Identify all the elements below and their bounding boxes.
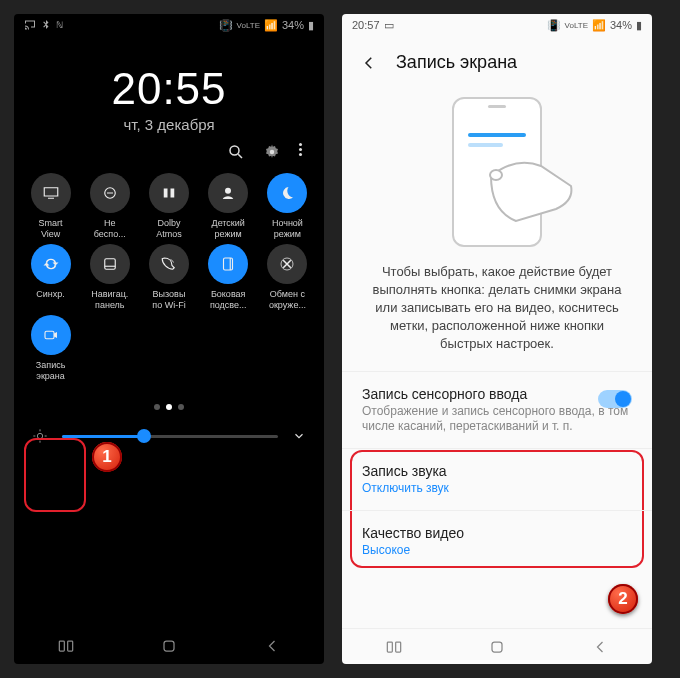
- quick-settings-grid: SmartViewНебеспо...DolbyAtmosДетскийрежи…: [14, 167, 324, 388]
- tile-label: Записьэкрана: [36, 360, 66, 382]
- svg-rect-21: [164, 641, 174, 651]
- recents-button[interactable]: [384, 637, 404, 657]
- vibrate-icon: 📳: [219, 19, 233, 32]
- qs-tile-rec[interactable]: Записьэкрана: [22, 315, 79, 382]
- search-icon[interactable]: [227, 143, 245, 161]
- description-text: Чтобы выбрать, какое действие будет выпо…: [342, 257, 652, 371]
- back-icon[interactable]: [360, 54, 378, 72]
- chevron-down-icon[interactable]: [292, 429, 306, 443]
- signal-icon: 📶: [592, 19, 606, 32]
- svg-rect-19: [59, 641, 64, 651]
- bluetooth-icon: [40, 19, 52, 31]
- svg-rect-10: [224, 258, 233, 270]
- signal-icon: 📶: [264, 19, 278, 32]
- tile-label: Небеспо...: [94, 218, 126, 240]
- setting-subtitle: Высокое: [362, 543, 632, 558]
- more-icon[interactable]: [299, 143, 302, 161]
- wifi-call-icon: [149, 244, 189, 284]
- setting-sound-record[interactable]: Запись звука Отключить звук: [342, 448, 652, 510]
- svg-rect-8: [105, 259, 116, 270]
- nearby-icon: [267, 244, 307, 284]
- kids-icon: [208, 173, 248, 213]
- setting-title: Качество видео: [362, 525, 632, 541]
- svg-point-22: [490, 170, 502, 180]
- gear-icon[interactable]: [263, 143, 281, 161]
- status-time: 20:57: [352, 19, 380, 31]
- back-button[interactable]: [262, 636, 282, 656]
- qs-tile-edge[interactable]: Боковаяподсве...: [200, 244, 257, 311]
- recents-button[interactable]: [56, 636, 76, 656]
- tile-label: Вызовыпо Wi-Fi: [152, 289, 185, 311]
- setting-title: Запись сенсорного ввода: [362, 386, 632, 402]
- status-bar: 20:57 ▭ 📳 VoLTE 📶 34% ▮: [342, 14, 652, 36]
- qs-tile-do-not[interactable]: Небеспо...: [81, 173, 138, 240]
- setting-subtitle: Отображение и запись сенсорного ввода, в…: [362, 404, 632, 434]
- navpanel-icon: [90, 244, 130, 284]
- svg-rect-20: [67, 641, 72, 651]
- toggle-switch[interactable]: [598, 390, 632, 408]
- tile-label: Навигац.панель: [91, 289, 128, 311]
- tile-label: DolbyAtmos: [156, 218, 182, 240]
- tile-label: Детскийрежим: [212, 218, 245, 240]
- clock-block: 20:55 чт, 3 декабря: [14, 64, 324, 133]
- setting-subtitle: Отключить звук: [362, 481, 632, 496]
- qs-tile-dolby[interactable]: DolbyAtmos: [140, 173, 197, 240]
- tile-label: SmartView: [39, 218, 63, 240]
- setting-title: Запись звука: [362, 463, 632, 479]
- rec-icon: [31, 315, 71, 355]
- qs-tile-sync[interactable]: Синхр.: [22, 244, 79, 311]
- step-marker-1: 1: [92, 442, 122, 472]
- home-button[interactable]: [487, 637, 507, 657]
- brightness-icon: [32, 428, 48, 444]
- clock-time: 20:55: [14, 64, 324, 114]
- svg-point-0: [230, 146, 239, 155]
- volte-icon: VoLTE: [565, 21, 588, 30]
- battery-percent: 34%: [282, 19, 304, 31]
- tile-label: Боковаяподсве...: [210, 289, 247, 311]
- svg-rect-6: [170, 189, 174, 198]
- battery-icon: ▮: [636, 19, 642, 32]
- tile-label: Ночнойрежим: [272, 218, 303, 240]
- hand-icon: [486, 151, 576, 231]
- nav-bar: [342, 628, 652, 664]
- sim-icon: ▭: [384, 19, 394, 32]
- vibrate-icon: 📳: [547, 19, 561, 32]
- step-marker-2: 2: [608, 584, 638, 614]
- qs-tile-navpanel[interactable]: Навигац.панель: [81, 244, 138, 311]
- brightness-slider[interactable]: [62, 435, 278, 438]
- qs-tile-smart-view[interactable]: SmartView: [22, 173, 79, 240]
- setting-video-quality[interactable]: Качество видео Высокое: [342, 510, 652, 572]
- brightness-slider-row: [14, 422, 324, 454]
- home-button[interactable]: [159, 636, 179, 656]
- qs-tile-nearby[interactable]: Обмен сокруже...: [259, 244, 316, 311]
- cast-icon: [24, 19, 36, 31]
- tile-label: Синхр.: [36, 289, 65, 300]
- nav-bar: [14, 628, 324, 664]
- phone-screenshot-left: ℕ 📳 VoLTE 📶 34% ▮ 20:55 чт, 3 декабря Sm…: [14, 14, 324, 664]
- qs-tile-kids[interactable]: Детскийрежим: [200, 173, 257, 240]
- qs-toolbar: [14, 133, 324, 167]
- page-title: Запись экрана: [396, 52, 517, 73]
- svg-rect-23: [387, 642, 392, 652]
- svg-rect-24: [395, 642, 400, 652]
- svg-line-1: [238, 154, 242, 158]
- clock-date: чт, 3 декабря: [14, 116, 324, 133]
- do-not-icon: [90, 173, 130, 213]
- qs-tile-wifi-call[interactable]: Вызовыпо Wi-Fi: [140, 244, 197, 311]
- status-bar: ℕ 📳 VoLTE 📶 34% ▮: [14, 14, 324, 36]
- dolby-icon: [149, 173, 189, 213]
- qs-tile-night[interactable]: Ночнойрежим: [259, 173, 316, 240]
- tile-label: Обмен сокруже...: [269, 289, 306, 311]
- setting-touch-record[interactable]: Запись сенсорного ввода Отображение и за…: [342, 371, 652, 448]
- page-indicator: [14, 396, 324, 414]
- phone-screenshot-right: 20:57 ▭ 📳 VoLTE 📶 34% ▮ Запись экрана Чт…: [342, 14, 652, 664]
- nfc-icon: ℕ: [56, 20, 63, 30]
- smart-view-icon: [31, 173, 71, 213]
- battery-percent: 34%: [610, 19, 632, 31]
- battery-icon: ▮: [308, 19, 314, 32]
- svg-point-7: [225, 188, 231, 194]
- svg-rect-5: [164, 189, 168, 198]
- back-button[interactable]: [590, 637, 610, 657]
- svg-rect-13: [45, 331, 54, 339]
- sync-icon: [31, 244, 71, 284]
